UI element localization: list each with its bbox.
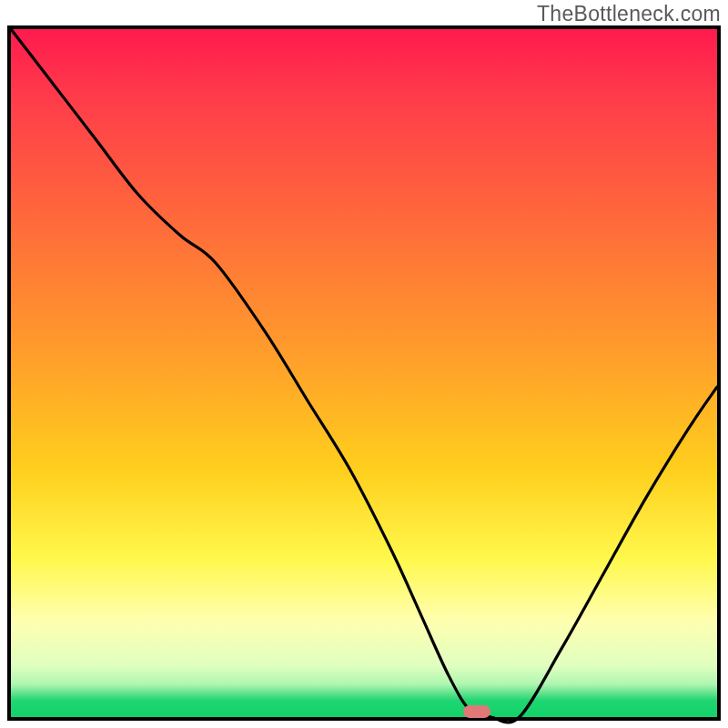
bottleneck-curve bbox=[11, 29, 717, 723]
watermark-label: TheBottleneck.com bbox=[537, 2, 721, 26]
optimal-marker bbox=[463, 705, 490, 718]
plot-area bbox=[7, 25, 721, 721]
chart-container: TheBottleneck.com bbox=[0, 0, 728, 728]
curve-layer bbox=[11, 29, 717, 717]
